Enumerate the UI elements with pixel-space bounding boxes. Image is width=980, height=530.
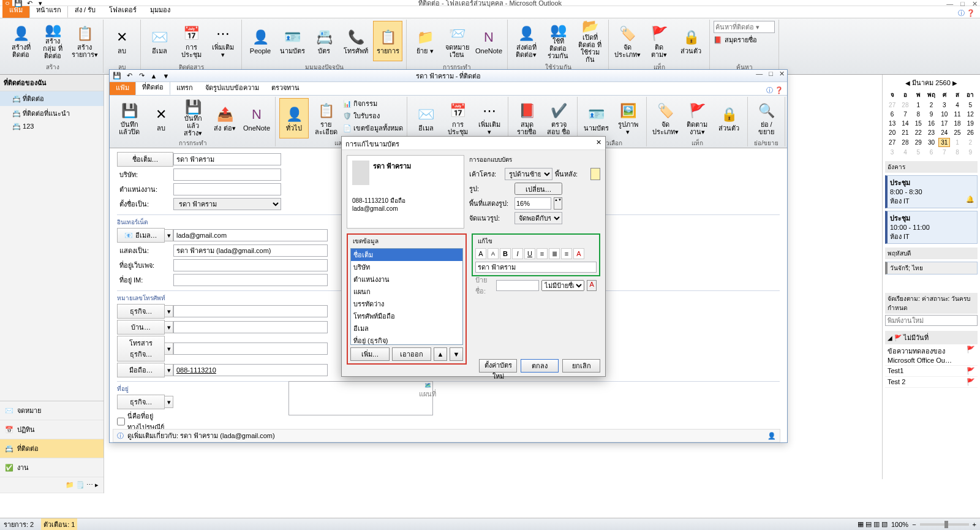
fileas-select[interactable]: รดา ฟ้าคราม bbox=[173, 198, 281, 210]
align-center-icon[interactable]: ≣ bbox=[549, 248, 560, 259]
qat-undo-icon[interactable]: ↶ bbox=[24, 0, 34, 6]
fullname-input[interactable] bbox=[173, 153, 281, 165]
followup-button[interactable]: 🚩ติด ตาม▾ bbox=[644, 21, 674, 61]
nav-tasks[interactable]: ✅งาน bbox=[0, 458, 104, 477]
calendar-grid[interactable]: จอพพฤศสอา2728123456789101112131415161718… bbox=[885, 88, 978, 157]
redo-icon[interactable]: ↷ bbox=[137, 73, 146, 79]
ctab-review[interactable]: ตรวจทาน bbox=[265, 80, 306, 95]
help-icon[interactable]: ⓘ ❓ bbox=[766, 86, 783, 95]
bizcard-button[interactable]: 🪪นามบัตร bbox=[581, 98, 611, 138]
ctab-format[interactable]: จัดรูปแบบข้อความ bbox=[199, 80, 265, 95]
phone1-input[interactable] bbox=[173, 305, 328, 317]
remove-field-button[interactable]: เอาออก bbox=[392, 347, 431, 361]
qat-more-icon[interactable]: ▾ bbox=[36, 0, 45, 6]
phone4-button[interactable]: มือถือ… bbox=[117, 363, 165, 377]
field-list-item[interactable]: ตำแหน่งงาน bbox=[351, 273, 462, 286]
checknames-button[interactable]: ✔️ตรวจสอบ ชื่อ bbox=[544, 98, 573, 138]
list-view-button[interactable]: 📋รายการ bbox=[373, 21, 402, 61]
font-color-icon[interactable]: A bbox=[573, 248, 584, 259]
help-icon[interactable]: ⓘ ❓ bbox=[958, 9, 975, 18]
field-list-item[interactable]: อีเมล bbox=[351, 322, 462, 335]
save-close-button[interactable]: 💾บันทึก แล้วปิด bbox=[115, 98, 144, 138]
field-list-item[interactable]: แผนก bbox=[351, 286, 462, 298]
fullname-button[interactable]: ชื่อเต็ม… bbox=[117, 152, 173, 167]
imgarea-spinner[interactable] bbox=[514, 197, 551, 210]
email-dd-icon[interactable]: ▾ bbox=[165, 229, 173, 241]
onenote-button[interactable]: NOneNote bbox=[242, 98, 271, 138]
align-right-icon[interactable]: ≡ bbox=[561, 248, 572, 259]
field-list-item[interactable]: ชื่อเต็ม bbox=[351, 249, 462, 261]
fields-listbox[interactable]: ชื่อเต็มบริษัทตำแหน่งงานแผนกบรรทัดว่างโท… bbox=[350, 248, 463, 345]
onenote-button[interactable]: NOneNote bbox=[474, 21, 503, 61]
email-type-button[interactable]: 📧 อีเมล… bbox=[117, 228, 165, 243]
flag-icon[interactable]: 🚩 bbox=[967, 378, 975, 386]
reset-card-button[interactable]: ตั้งค่าบัตรใหม่ bbox=[479, 359, 517, 373]
move-up-button[interactable]: ▲ bbox=[434, 347, 447, 361]
appointment-item[interactable]: ประชุม8:00 - 8:30ห้อง IT 🔔 bbox=[885, 175, 978, 208]
nav-shortcuts[interactable]: 📁 🗒️ ⋯ ▸ bbox=[0, 477, 104, 493]
ctab-file[interactable]: แฟ้ม bbox=[110, 80, 135, 95]
categorize-button[interactable]: 🏷️จัด ประเภท▾ bbox=[612, 21, 642, 61]
maximize-icon[interactable]: □ bbox=[960, 0, 965, 8]
search-contacts-input[interactable] bbox=[714, 21, 775, 33]
move-down-button[interactable]: ▼ bbox=[450, 347, 463, 361]
flag-icon[interactable]: 🚩 bbox=[967, 346, 975, 364]
label-color-icon[interactable]: A bbox=[587, 280, 597, 291]
close-icon[interactable]: ✕ bbox=[972, 0, 978, 8]
task-item[interactable]: ข้อความทดลองของ Microsoft Office Ou…🚩 bbox=[885, 344, 978, 366]
forward-button[interactable]: 👤ส่งต่อที่ ติดต่อ▾ bbox=[511, 21, 541, 61]
close-icon[interactable]: ✕ bbox=[779, 70, 785, 78]
chevron-down-icon[interactable]: ▾ bbox=[165, 343, 173, 355]
phone2-button[interactable]: บ้าน… bbox=[117, 320, 165, 335]
maximize-icon[interactable]: □ bbox=[769, 70, 773, 78]
font-grow-icon[interactable]: A bbox=[475, 248, 486, 259]
change-image-button[interactable]: เปลี่ยน… bbox=[514, 183, 562, 195]
cancel-button[interactable]: ยกเลิก bbox=[562, 359, 600, 373]
im-input[interactable] bbox=[173, 274, 328, 286]
mailmerge-button[interactable]: 📨จดหมาย เวียน bbox=[442, 21, 472, 61]
italic-icon[interactable]: I bbox=[512, 248, 523, 259]
delete-button[interactable]: ✕ลบ bbox=[146, 98, 176, 138]
chevron-down-icon[interactable]: ▾ bbox=[165, 305, 173, 317]
imgalign-select[interactable]: จัดพอดีกับขอบ bbox=[514, 212, 562, 224]
nav-item-contacts[interactable]: 📇 ที่ติดต่อ bbox=[0, 91, 104, 106]
email-button[interactable]: ✉️อีเมล bbox=[411, 98, 440, 138]
move-button[interactable]: 📁ย้าย ▾ bbox=[410, 21, 440, 61]
phone-view-button[interactable]: 📞โทรศัพท์ bbox=[341, 21, 371, 61]
phone1-button[interactable]: ธุรกิจ… bbox=[117, 304, 165, 319]
label-input[interactable] bbox=[496, 280, 539, 291]
chevron-down-icon[interactable]: ▾ bbox=[165, 364, 173, 376]
nav-mail[interactable]: ✉️จดหมาย bbox=[0, 401, 104, 420]
phone3-button[interactable]: โทรสารธุรกิจ… bbox=[117, 336, 165, 362]
align-left-icon[interactable]: ≡ bbox=[537, 248, 548, 259]
chevron-down-icon[interactable]: ▾ bbox=[165, 321, 173, 333]
meeting-button[interactable]: 📅การ ประชุม bbox=[176, 21, 206, 61]
view-buttons[interactable]: ▦ ▤ ▥ ▧ bbox=[858, 520, 888, 528]
company-input[interactable] bbox=[173, 168, 281, 181]
addr-button[interactable]: ธุรกิจ… bbox=[117, 395, 165, 409]
spinner-icon[interactable]: ▲▼ bbox=[554, 197, 562, 210]
underline-icon[interactable]: U bbox=[524, 248, 535, 259]
private-button[interactable]: 🔒ส่วนตัว bbox=[714, 98, 744, 138]
card-view-button[interactable]: 🪪นามบัตร bbox=[277, 21, 307, 61]
people-pane-infobar[interactable]: ⓘ ดูเพิ่มเติมเกี่ยวกับ: รดา ฟ้าคราม (lad… bbox=[113, 429, 780, 442]
savenew-button[interactable]: 💾บันทึกแล้ว สร้าง▾ bbox=[178, 98, 208, 138]
bg-color-button[interactable] bbox=[590, 168, 600, 180]
zoom-out-icon[interactable]: − bbox=[912, 521, 916, 528]
details-button[interactable]: 📋รายละเอียด bbox=[311, 98, 341, 138]
bold-icon[interactable]: B bbox=[500, 248, 511, 259]
task-group-nodate[interactable]: ◢ 🚩 ไม่มีวันที่ bbox=[885, 331, 978, 344]
addressbook-button[interactable]: 📕สมุด รายชื่อ bbox=[512, 98, 541, 138]
phone2-input[interactable] bbox=[173, 321, 328, 333]
flag-icon[interactable]: 🚩 bbox=[967, 367, 975, 375]
task-item[interactable]: Test 2🚩 bbox=[885, 377, 978, 388]
meeting-button[interactable]: 📅การ ประชุม bbox=[443, 98, 472, 138]
more-button[interactable]: ⋯เพิ่มเติม ▾ bbox=[208, 21, 238, 61]
minimize-icon[interactable]: — bbox=[946, 0, 953, 8]
nav-item-123[interactable]: 📇 123 bbox=[0, 121, 104, 132]
appointment-item[interactable]: ประชุม10:00 - 11:00ห้อง IT bbox=[885, 211, 978, 244]
email-button[interactable]: ✉️อีเมล bbox=[145, 21, 174, 61]
next-icon[interactable]: ▼ bbox=[161, 73, 171, 79]
qat-save-icon[interactable]: 💾 bbox=[13, 0, 23, 6]
font-shrink-icon[interactable]: A bbox=[488, 248, 499, 259]
